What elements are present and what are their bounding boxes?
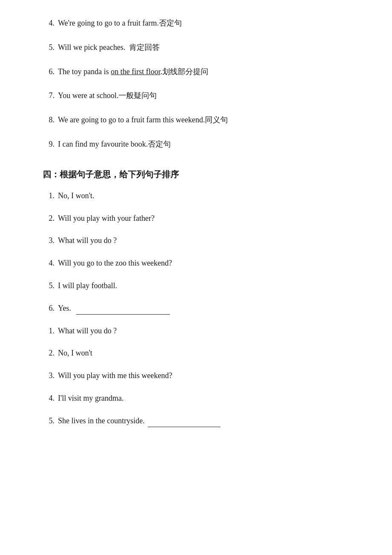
item-5: 5. Will we pick peaches. 肯定回答 (43, 41, 366, 54)
g2-item-5-content: She lives in the countryside. (58, 415, 366, 427)
g2-item-4: 4. I'll visit my grandma. (43, 392, 366, 405)
item-8: 8. We are going to go to a fruit farm th… (43, 114, 366, 126)
g2-item-5-num: 5. (43, 415, 55, 427)
g2-item-4-num: 4. (43, 392, 55, 405)
g2-item-1: 1. What will you do ? (43, 325, 366, 337)
g1-item-5-content: I will play football. (58, 280, 366, 292)
g1-item-3-content: What will you do ? (58, 234, 366, 247)
g1-item-5-num: 5. (43, 280, 55, 292)
g1-item-3-num: 3. (43, 234, 55, 247)
item-7: 7. You were at school.一般疑问句 (43, 90, 366, 102)
item-5-num: 5. (43, 41, 55, 54)
g2-item-1-content: What will you do ? (58, 325, 366, 337)
g1-item-1-content: No, I won't. (58, 190, 366, 202)
item-4-num: 4. (43, 17, 55, 29)
g1-item-6: 6. Yes. (43, 302, 366, 315)
item-7-num: 7. (43, 90, 55, 102)
item-6-content: The toy panda is on the first floor.划线部分… (58, 66, 366, 78)
g2-item-5: 5. She lives in the countryside. (43, 415, 366, 427)
group-2-list: 1. What will you do ? 2. No, I won't 3. … (43, 325, 366, 427)
item-5-note: 肯定回答 (129, 43, 160, 52)
item-6-note: 划线部分提问 (162, 67, 208, 76)
g1-item-2-content: Will you play with your father? (58, 212, 366, 225)
g2-item-3-num: 3. (43, 370, 55, 382)
g1-item-6-content: Yes. (58, 302, 366, 315)
item-4-note: 否定句 (159, 19, 182, 27)
section-three-list: 4. We're going to go to a fruit farm.否定句… (43, 17, 366, 150)
item-6: 6. The toy panda is on the first floor.划… (43, 66, 366, 78)
item-7-content: You were at school.一般疑问句 (58, 90, 366, 102)
item-8-note: 同义句 (205, 116, 228, 124)
g1-item-4: 4. Will you go to the zoo this weekend? (43, 257, 366, 269)
group-1-list: 1. No, I won't. 2. Will you play with yo… (43, 190, 366, 315)
g1-item-1-num: 1. (43, 190, 55, 202)
g2-item-3: 3. Will you play with me this weekend? (43, 370, 366, 382)
g2-item-2: 2. No, I won't (43, 347, 366, 359)
item-7-note: 一般疑问句 (118, 91, 157, 100)
group-1: 1. No, I won't. 2. Will you play with yo… (43, 190, 366, 315)
group-2: 1. What will you do ? 2. No, I won't 3. … (43, 325, 366, 427)
item-4-content: We're going to go to a fruit farm.否定句 (58, 17, 366, 29)
item-4: 4. We're going to go to a fruit farm.否定句 (43, 17, 366, 29)
g2-item-4-content: I'll visit my grandma. (58, 392, 366, 405)
g2-item-1-num: 1. (43, 325, 55, 337)
item-8-num: 8. (43, 114, 55, 126)
g1-item-4-num: 4. (43, 257, 55, 269)
item-6-num: 6. (43, 66, 55, 78)
g1-item-2: 2. Will you play with your father? (43, 212, 366, 225)
item-9: 9. I can find my favourite book.否定句 (43, 138, 366, 150)
item-8-content: We are going to go to a fruit farm this … (58, 114, 366, 126)
section-four: 四：根据句子意思，给下列句子排序 1. No, I won't. 2. Will… (43, 168, 366, 427)
section-four-title: 四：根据句子意思，给下列句子排序 (43, 168, 366, 181)
item-9-num: 9. (43, 138, 55, 150)
g2-item-2-num: 2. (43, 347, 55, 359)
g1-item-1: 1. No, I won't. (43, 190, 366, 202)
g1-item-5: 5. I will play football. (43, 280, 366, 292)
item-9-content: I can find my favourite book.否定句 (58, 138, 366, 150)
g1-item-4-content: Will you go to the zoo this weekend? (58, 257, 366, 269)
g1-item-2-num: 2. (43, 212, 55, 225)
g2-item-3-content: Will you play with me this weekend? (58, 370, 366, 382)
g1-item-6-blank (76, 314, 170, 315)
g1-item-6-num: 6. (43, 302, 55, 315)
item-6-underline: on the first floor (111, 67, 160, 76)
g2-item-5-blank (148, 427, 220, 427)
g1-item-3: 3. What will you do ? (43, 234, 366, 247)
item-5-content: Will we pick peaches. 肯定回答 (58, 41, 366, 54)
item-9-note: 否定句 (148, 140, 171, 148)
g2-item-2-content: No, I won't (58, 347, 366, 359)
